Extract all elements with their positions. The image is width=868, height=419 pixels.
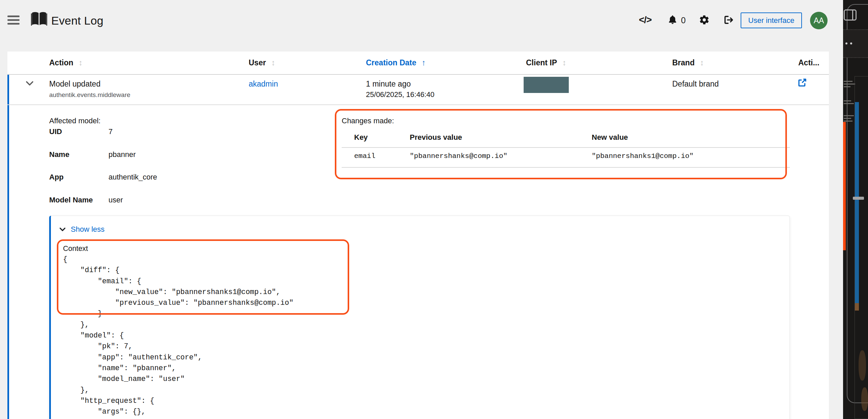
scrollbar-tip <box>855 303 859 311</box>
ellipsis-dot <box>845 42 847 44</box>
user-interface-button[interactable]: User interface <box>741 12 802 28</box>
changes-col-new: New value <box>592 133 628 142</box>
event-created-absolute: 25/06/2025, 16:46:40 <box>366 91 434 99</box>
field-label-model-name: Model Name <box>49 196 93 204</box>
column-header-action[interactable]: Action ↕ <box>49 57 83 69</box>
window-columns-icon <box>844 9 857 21</box>
field-label-name: Name <box>49 150 69 159</box>
column-header-creation-date[interactable]: Creation Date ↑ <box>366 57 426 69</box>
open-event-share-icon[interactable] <box>797 77 807 89</box>
field-value-model-name: user <box>108 196 123 204</box>
api-code-icon[interactable]: </> <box>639 14 651 25</box>
divider <box>7 74 829 75</box>
divider <box>7 104 829 105</box>
changes-made-label: Changes made: <box>342 117 394 125</box>
sort-icon[interactable]: ↕ <box>700 58 704 67</box>
orange-marker-bar <box>843 122 846 250</box>
event-brand: Default brand <box>672 79 719 89</box>
changes-row-previous-value: "pbannershanks@comp.io" <box>410 152 507 160</box>
field-value-name: pbanner <box>108 150 136 159</box>
column-header-client-ip[interactable]: Client IP ↕ <box>526 57 566 69</box>
changes-row-key: email <box>354 152 375 160</box>
field-label-app: App <box>49 173 64 182</box>
event-user-link[interactable]: akadmin <box>249 79 278 89</box>
context-label: Context <box>63 245 88 253</box>
event-action-title: Model updated <box>49 79 100 89</box>
avatar[interactable]: AA <box>810 12 828 29</box>
show-less-chevron-icon[interactable] <box>59 227 66 233</box>
page-title: Event Log <box>51 14 103 27</box>
book-icon <box>31 11 47 28</box>
field-label-uid: UID <box>49 127 62 136</box>
sort-icon[interactable]: ↕ <box>271 58 275 67</box>
notifications-bell-icon[interactable] <box>667 14 678 27</box>
client-ip-redacted-box <box>524 77 569 93</box>
top-header-bar: Event Log </> 0 User interface AA <box>0 0 843 52</box>
column-header-user[interactable]: User ↕ <box>249 57 275 69</box>
sign-out-icon[interactable] <box>723 14 734 27</box>
column-header-actions: Acti... <box>798 57 819 69</box>
field-value-app: authentik_core <box>108 173 157 182</box>
notification-count: 0 <box>681 15 686 25</box>
changes-col-previous: Previous value <box>410 133 462 142</box>
event-action-subtitle: authentik.events.middleware <box>49 91 130 99</box>
sort-ascending-icon[interactable]: ↑ <box>422 58 426 67</box>
event-created-relative: 1 minute ago <box>366 79 411 89</box>
divider <box>342 167 790 168</box>
context-json-code: { "diff": { "email": { "new_value": "pba… <box>63 254 293 419</box>
affected-model-label: Affected model: <box>49 117 100 125</box>
background-window-edge <box>843 0 868 419</box>
sort-icon[interactable]: ↕ <box>79 58 83 67</box>
divider <box>843 57 868 58</box>
hamburger-menu-icon[interactable] <box>7 15 20 24</box>
row-expand-chevron-icon[interactable] <box>26 81 34 87</box>
expanded-row-accent-border <box>7 75 9 419</box>
ellipsis-dot <box>850 42 852 44</box>
field-value-uid: 7 <box>108 127 113 136</box>
scrollbar-handle[interactable] <box>853 197 864 200</box>
column-header-brand[interactable]: Brand ↕ <box>672 57 704 69</box>
event-log-page: Event Log </> 0 User interface AA Action… <box>0 0 868 419</box>
show-less-toggle[interactable]: Show less <box>71 225 104 234</box>
settings-gear-icon[interactable] <box>699 14 710 27</box>
changes-col-key: Key <box>354 133 368 142</box>
divider <box>342 147 790 148</box>
blue-scrollbar-bar <box>855 102 859 303</box>
changes-row-new-value: "pbannershanks1@comp.io" <box>592 152 693 160</box>
sort-icon[interactable]: ↕ <box>562 58 566 67</box>
